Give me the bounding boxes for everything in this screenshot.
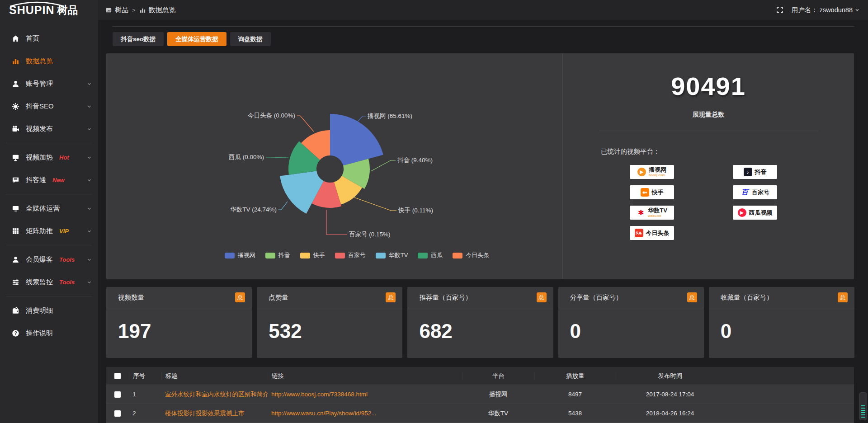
sidebar-item-video[interactable]: 视频发布 bbox=[0, 118, 98, 140]
card-value: 197 bbox=[106, 308, 252, 343]
widget-stripe bbox=[861, 414, 865, 415]
header-select-cell bbox=[106, 373, 129, 379]
platform-name: 西瓜视频 bbox=[749, 210, 773, 216]
sidebar-item-user[interactable]: 账号管理 bbox=[0, 72, 98, 95]
pie-slice-播视网[interactable] bbox=[330, 114, 383, 165]
fullscreen-icon[interactable] bbox=[776, 6, 783, 14]
legend-chip bbox=[300, 253, 310, 258]
chevron-down-icon bbox=[87, 229, 92, 234]
chevron-down-icon bbox=[87, 206, 92, 211]
total-badge: 总 bbox=[235, 292, 245, 302]
home-icon bbox=[12, 35, 19, 42]
stat-card-点赞量: 点赞量总532 bbox=[257, 287, 402, 358]
grid-icon bbox=[12, 227, 19, 235]
platform-badge-西瓜视频: ▶西瓜视频 bbox=[733, 206, 777, 220]
stat-cards: 视频数量总197点赞量总532推荐量（百家号）总682分享量（百家号）总0收藏量… bbox=[106, 287, 854, 358]
sidebar-item-monitor[interactable]: 全媒体运营 bbox=[0, 197, 98, 220]
select-all-checkbox[interactable] bbox=[114, 373, 121, 379]
cell-link[interactable]: http://www.boosj.com/7338468.html bbox=[268, 391, 462, 398]
sidebar-item-chat[interactable]: 抖客通New bbox=[0, 169, 98, 191]
sidebar-item-help[interactable]: ?操作说明 bbox=[0, 322, 98, 344]
main-content: 抖音seo数据全媒体运营数据询盘数据 播视网 (65.61%)抖音 (9.40%… bbox=[98, 20, 868, 423]
chevron-down-icon bbox=[87, 155, 92, 160]
platform-sub: boosj.com bbox=[649, 174, 666, 177]
table-row[interactable]: 1室外水纹灯和室内水纹灯的区别和简介http://www.boosj.com/7… bbox=[106, 385, 854, 404]
total-badge: 总 bbox=[386, 292, 396, 302]
tab-询盘数据[interactable]: 询盘数据 bbox=[230, 32, 271, 46]
wallet-icon bbox=[12, 307, 19, 315]
card-head: 视频数量总 bbox=[106, 287, 252, 308]
legend-chip bbox=[335, 253, 345, 258]
chart-legend: 播视网抖音快手百家号华数TV西瓜今日头条 bbox=[106, 251, 562, 259]
sidebar-item-wallet[interactable]: 消费明细 bbox=[0, 299, 98, 322]
chevron-down-icon bbox=[87, 178, 92, 183]
legend-item-华数TV[interactable]: 华数TV bbox=[376, 251, 408, 259]
legend-label: 抖音 bbox=[278, 251, 290, 259]
widget-stripe bbox=[861, 410, 865, 411]
card-label: 收藏量（百家号） bbox=[721, 293, 773, 302]
row-select-cell bbox=[106, 410, 129, 417]
sidebar-item-label: 账号管理 bbox=[26, 80, 53, 88]
slice-label: 百家号 (0.15%) bbox=[349, 231, 391, 238]
sidebar-item-member[interactable]: 会员爆客Tools bbox=[0, 248, 98, 271]
row-checkbox[interactable] bbox=[114, 410, 121, 417]
cell-title[interactable]: 室外水纹灯和室内水纹灯的区别和简介 bbox=[161, 390, 268, 399]
sidebar-item-home[interactable]: 首页 bbox=[0, 27, 98, 50]
row-checkbox[interactable] bbox=[114, 391, 121, 398]
table-row[interactable]: 2楼体投影灯投影效果震撼上市http://www.wasu.cn/Play/sh… bbox=[106, 404, 854, 423]
column-header: 标题 bbox=[161, 372, 268, 380]
row-select-cell bbox=[106, 391, 129, 398]
chevron-down-icon bbox=[87, 104, 92, 109]
stat-card-收藏量（百家号）: 收藏量（百家号）总0 bbox=[709, 287, 854, 358]
user-icon bbox=[12, 80, 19, 88]
help-icon: ? bbox=[12, 329, 19, 337]
data-tabs: 抖音seo数据全媒体运营数据询盘数据 bbox=[113, 32, 854, 46]
total-badge: 总 bbox=[687, 292, 697, 302]
legend-chip bbox=[376, 253, 386, 258]
legend-label: 百家号 bbox=[348, 251, 366, 259]
sidebar-item-gear[interactable]: 抖音SEO bbox=[0, 95, 98, 118]
widget-stripe bbox=[861, 405, 865, 406]
legend-item-播视网[interactable]: 播视网 bbox=[225, 251, 255, 259]
card-label: 推荐量（百家号） bbox=[419, 293, 472, 302]
legend-item-快手[interactable]: 快手 bbox=[300, 251, 325, 259]
card-value: 682 bbox=[407, 308, 553, 343]
sidebar-item-label: 全媒体运营 bbox=[26, 204, 60, 213]
tab-全媒体运营数据[interactable]: 全媒体运营数据 bbox=[167, 32, 226, 46]
legend-chip bbox=[453, 253, 462, 258]
legend-item-抖音[interactable]: 抖音 bbox=[265, 251, 290, 259]
stat-card-推荐量（百家号）: 推荐量（百家号）总682 bbox=[407, 287, 553, 358]
card-head: 推荐量（百家号）总 bbox=[407, 287, 553, 308]
summary-divider bbox=[599, 131, 818, 131]
user-menu[interactable]: 用户名： zswodun88 bbox=[792, 6, 860, 14]
column-header: 链接 bbox=[268, 372, 462, 380]
chevron-down-icon bbox=[87, 257, 92, 262]
slice-label: 快手 (0.11%) bbox=[398, 207, 433, 214]
slice-label: 抖音 (9.40%) bbox=[397, 157, 433, 164]
floating-widget[interactable] bbox=[859, 392, 867, 420]
breadcrumb-home[interactable]: 树品 bbox=[105, 6, 128, 14]
video-table: 序号标题链接平台播放量发布时间1室外水纹灯和室内水纹灯的区别和简介http://… bbox=[106, 367, 854, 423]
legend-item-今日头条[interactable]: 今日头条 bbox=[453, 251, 489, 259]
total-badge: 总 bbox=[537, 292, 547, 302]
cell-title[interactable]: 楼体投影灯投影效果震撼上市 bbox=[161, 409, 268, 418]
label-line bbox=[326, 210, 347, 235]
username-value: zswodun88 bbox=[820, 6, 853, 14]
legend-item-西瓜[interactable]: 西瓜 bbox=[418, 251, 443, 259]
legend-item-百家号[interactable]: 百家号 bbox=[335, 251, 366, 259]
sidebar-badge: Tools bbox=[59, 256, 75, 263]
member-icon bbox=[12, 256, 19, 263]
stat-card-视频数量: 视频数量总197 bbox=[106, 287, 252, 358]
sidebar-item-grid[interactable]: 矩阵助推VIP bbox=[0, 220, 98, 242]
sidebar-item-label: 矩阵助推 bbox=[26, 227, 53, 235]
sidebar-item-screen[interactable]: 视频加热Hot bbox=[0, 146, 98, 169]
cell-link[interactable]: http://www.wasu.cn/Play/show/id/952... bbox=[268, 410, 462, 417]
sidebar-item-chart[interactable]: 数据总览 bbox=[0, 50, 98, 72]
label-line bbox=[354, 197, 396, 211]
tab-抖音seo数据[interactable]: 抖音seo数据 bbox=[113, 32, 164, 46]
cell-platform: 播视网 bbox=[462, 390, 534, 399]
breadcrumb-current[interactable]: 数据总览 bbox=[139, 6, 176, 14]
pie-slice-华数TV[interactable] bbox=[280, 171, 324, 214]
sidebar-item-sliders[interactable]: 线索监控Tools bbox=[0, 271, 98, 293]
platform-name: 华数TV bbox=[648, 207, 667, 213]
